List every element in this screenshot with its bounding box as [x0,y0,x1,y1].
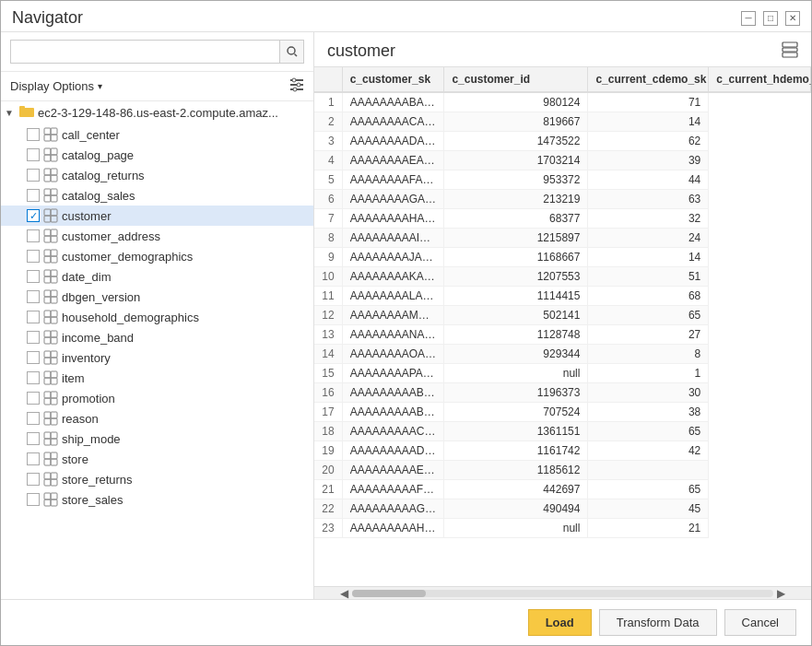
table-cell: 502141 [444,306,588,325]
tree-item-store_sales[interactable]: store_sales [1,489,313,510]
table-cell: 23 [314,519,342,538]
checkbox-household_demographics[interactable] [27,311,40,323]
tree-container[interactable]: ▼ ec2-3-129-148-86.us-east-2.compute.ama… [1,101,313,599]
checkbox-catalog_sales[interactable] [27,189,40,202]
checkbox-dbgen_version[interactable] [27,290,40,303]
svg-rect-83 [51,493,57,499]
table-cell: 17 [314,403,342,422]
svg-rect-19 [51,169,57,175]
col-hdemo-sk: c_current_hdemo_sk [709,67,811,92]
table-cell: 24 [588,229,709,248]
table-icon-catalog_sales [43,188,58,203]
svg-rect-34 [44,250,51,256]
table-cell: 18 [314,422,342,441]
table-cell: 1161742 [444,441,588,461]
checkbox-reason[interactable] [27,412,40,425]
svg-rect-61 [51,378,57,384]
tree-item-reason[interactable]: reason [1,408,313,429]
horizontal-scrollbar[interactable]: ◀ ▶ [314,586,811,599]
tree-item-label-customer: customer [62,209,111,223]
table-cell: 21 [314,480,342,499]
table-row: 8AAAAAAAAAIAAAAAA121589724 [314,229,811,248]
load-button[interactable]: Load [528,609,592,636]
table-cell: 7 [314,209,342,229]
checkbox-customer[interactable] [27,209,40,222]
checkbox-date_dim[interactable] [27,270,40,283]
scroll-right-arrow[interactable]: ▶ [773,587,789,600]
tree-item-promotion[interactable]: promotion [1,388,313,408]
tree-item-customer[interactable]: customer [1,206,313,226]
checkbox-store_returns[interactable] [27,473,40,486]
transform-data-button[interactable]: Transform Data [599,609,717,636]
checkbox-store_sales[interactable] [27,493,40,506]
checkbox-promotion[interactable] [27,392,40,405]
search-input[interactable] [10,40,280,64]
checkbox-catalog_returns[interactable] [27,169,40,182]
tree-item-income_band[interactable]: income_band [1,327,313,347]
checkbox-item[interactable] [27,371,40,384]
minimize-button[interactable]: ─ [741,11,756,26]
data-table-wrapper[interactable]: c_customer_sk c_customer_id c_current_cd… [314,67,811,586]
tree-item-label-reason: reason [62,412,99,426]
tree-item-catalog_page[interactable]: catalog_page [1,145,313,165]
tree-item-label-income_band: income_band [62,331,134,345]
svg-rect-48 [44,317,51,323]
tree-item-catalog_returns[interactable]: catalog_returns [1,165,313,185]
tree-item-household_demographics[interactable]: household_demographics [1,307,313,327]
table-icon-reason [43,411,58,426]
svg-rect-28 [44,216,51,222]
svg-rect-23 [51,189,57,195]
table-cell: 15 [314,364,342,383]
scrollbar-track[interactable] [352,590,773,597]
tree-item-item[interactable]: item [1,368,313,388]
table-cell: 1473522 [444,132,588,151]
checkbox-ship_mode[interactable] [27,432,40,445]
svg-rect-80 [44,479,51,486]
tree-item-customer_address[interactable]: customer_address [1,226,313,246]
table-row: 3AAAAAAAADAAAAAAA147352262 [314,132,811,151]
display-options-label-text: Display Options [10,79,94,93]
table-cell: AAAAAAAAAIAAAAAA [342,229,444,248]
checkbox-inventory[interactable] [27,351,40,364]
table-cell: 1703214 [444,151,588,170]
tree-item-date_dim[interactable]: date_dim [1,266,313,287]
tree-root[interactable]: ▼ ec2-3-129-148-86.us-east-2.compute.ama… [1,101,313,124]
data-view-icon-button[interactable] [782,41,798,61]
maximize-button[interactable]: □ [763,11,778,26]
checkbox-customer_address[interactable] [27,229,40,242]
checkbox-income_band[interactable] [27,331,40,344]
tree-item-store[interactable]: store [1,449,313,469]
svg-rect-57 [51,358,57,364]
tree-item-customer_demographics[interactable]: customer_demographics [1,246,313,266]
svg-rect-77 [51,459,57,465]
svg-rect-65 [51,398,57,405]
display-options-toggle[interactable]: Display Options ▾ [10,79,102,93]
scroll-left-arrow[interactable]: ◀ [336,587,352,600]
checkbox-store[interactable] [27,452,40,465]
scrollbar-thumb[interactable] [352,590,426,597]
table-cell: 213219 [444,190,588,209]
tree-item-ship_mode[interactable]: ship_mode [1,429,313,449]
svg-rect-70 [44,432,51,439]
display-options-button[interactable] [289,77,304,95]
checkbox-customer_demographics[interactable] [27,250,40,263]
tree-item-inventory[interactable]: inventory [1,347,313,368]
table-cell: 8 [314,229,342,248]
tree-item-dbgen_version[interactable]: dbgen_version [1,287,313,307]
checkbox-catalog_page[interactable] [27,148,40,161]
checkbox-call_center[interactable] [27,128,40,141]
table-cell: 14 [588,248,709,267]
table-cell: AAAAAAAAJAAAAAAA [342,248,444,267]
table-cell: AAAAAAAABAAAAAAA [342,92,444,112]
tree-item-store_returns[interactable]: store_returns [1,469,313,489]
table-cell: 13 [314,325,342,345]
tree-item-catalog_sales[interactable]: catalog_sales [1,185,313,206]
close-button[interactable]: ✕ [785,11,800,26]
search-bar [1,32,313,72]
table-row: 13AAAAAAAANAAAAAAA112874827 [314,325,811,345]
search-button[interactable] [280,40,304,64]
svg-rect-88 [783,53,797,57]
tree-item-call_center[interactable]: call_center [1,124,313,145]
cancel-button[interactable]: Cancel [724,609,796,636]
table-cell: 71 [588,92,709,112]
